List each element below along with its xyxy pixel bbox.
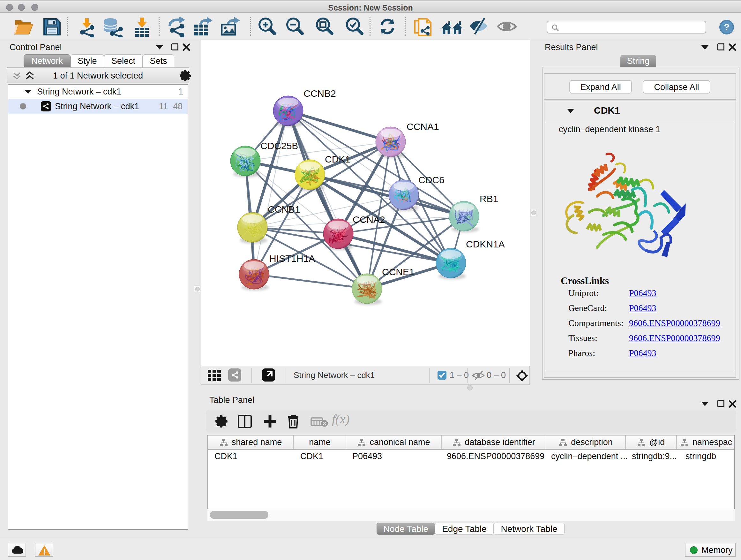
- svg-text:CCNB2: CCNB2: [304, 88, 336, 99]
- svg-text:CCNA2: CCNA2: [353, 214, 385, 225]
- svg-text:HIST1H1A: HIST1H1A: [269, 253, 315, 264]
- svg-text:CCNA1: CCNA1: [407, 121, 439, 132]
- svg-text:CDK1: CDK1: [325, 154, 350, 165]
- svg-text:CDC6: CDC6: [418, 175, 445, 185]
- svg-text:CDC25B: CDC25B: [260, 140, 298, 151]
- svg-text:RB1: RB1: [480, 193, 498, 204]
- svg-text:?: ?: [724, 22, 729, 32]
- svg-text:CCNB1: CCNB1: [268, 204, 300, 214]
- svg-text:CDKN1A: CDKN1A: [466, 239, 505, 249]
- svg-text:CCNE1: CCNE1: [382, 266, 414, 277]
